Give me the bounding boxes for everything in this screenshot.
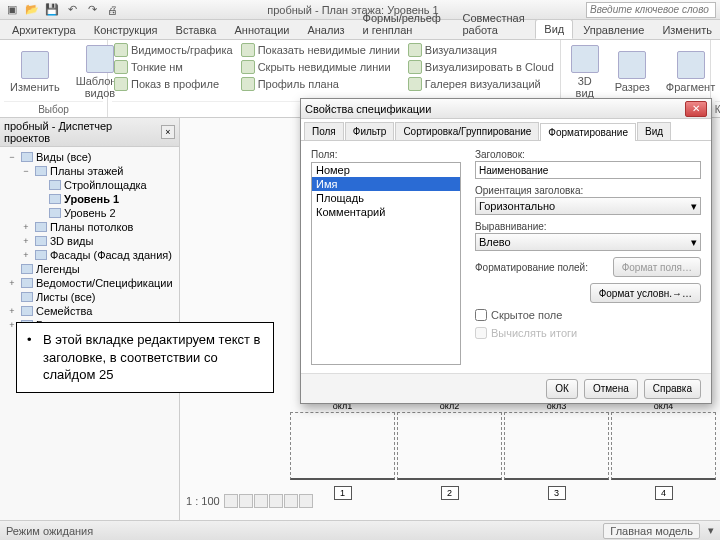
tree-item[interactable]: −Планы этажей [2,164,177,178]
expand-icon[interactable]: − [20,166,32,176]
alignment-select[interactable]: Влево▾ [475,233,701,251]
ribbon-tabs: АрхитектураКонструкцияВставкаАннотацииАн… [0,20,720,40]
help-button[interactable]: Справка [644,379,701,399]
open-icon[interactable]: 📂 [24,2,40,18]
app-icon: ▣ [4,2,20,18]
close-icon[interactable]: ✕ [685,101,707,117]
hidden-field-checkbox[interactable]: Скрытое поле [475,309,701,321]
orientation-label: Ориентация заголовка: [475,185,701,196]
scale-readout[interactable]: 1 : 100 [186,495,220,507]
field-list-item[interactable]: Номер [312,163,460,177]
expand-icon[interactable] [34,194,46,204]
ok-button[interactable]: ОК [546,379,578,399]
ribbon-item[interactable]: Визуализация [406,42,556,58]
command-icon [114,77,128,91]
tree-item[interactable]: Листы (все) [2,290,177,304]
ribbon-item[interactable]: Показать невидимые линии [239,42,402,58]
ribbon-tab-8[interactable]: Управление [575,21,652,39]
ribbon-tab-7[interactable]: Вид [535,19,573,39]
ribbon-tab-9[interactable]: Изменить [654,21,720,39]
orientation-select[interactable]: Горизонтально▾ [475,197,701,215]
expand-icon[interactable]: + [20,236,32,246]
ribbon-tab-2[interactable]: Вставка [168,21,225,39]
field-list-item[interactable]: Площадь [312,191,460,205]
schedule-properties-dialog: Свойства спецификации ✕ ПоляФильтрСортир… [300,98,712,404]
field-list-item[interactable]: Имя [312,177,460,191]
room-tag: 3 [548,486,566,500]
status-bar: Режим ожидания Главная модель ▾ [0,520,720,540]
ribbon-item[interactable]: Профиль плана [239,76,402,92]
tree-item[interactable]: Уровень 1 [2,192,177,206]
node-icon [21,278,33,288]
sun-path-icon[interactable] [254,494,268,508]
ribbon-create-button[interactable]: Разрез [609,42,656,101]
ribbon-item[interactable]: Визуализировать в Cloud [406,59,556,75]
node-icon [21,152,33,162]
dialog-tab[interactable]: Вид [637,122,671,140]
save-icon[interactable]: 💾 [44,2,60,18]
chevron-down-icon: ▾ [691,200,697,213]
expand-icon[interactable]: + [20,250,32,260]
tree-item[interactable]: +Планы потолков [2,220,177,234]
expand-icon[interactable] [34,208,46,218]
tree-item[interactable]: Стройплощадка [2,178,177,192]
fields-listbox[interactable]: НомерИмяПлощадьКомментарий [311,162,461,365]
room-tag: 1 [334,486,352,500]
command-icon [114,60,128,74]
alignment-label: Выравнивание: [475,221,701,232]
tree-item[interactable]: Легенды [2,262,177,276]
ribbon-item[interactable]: Видимость/графика [112,42,235,58]
main-model-button[interactable]: Главная модель [603,523,700,539]
print-icon[interactable]: 🖨 [104,2,120,18]
undo-icon[interactable]: ↶ [64,2,80,18]
dialog-tab[interactable]: Поля [304,122,344,140]
dialog-tab[interactable]: Сортировка/Группирование [395,122,539,140]
view-control-bar: 1 : 100 [186,494,313,508]
dialog-tab[interactable]: Форматирование [540,123,636,141]
calculate-totals-checkbox[interactable]: Вычислять итоги [475,327,701,339]
ribbon-item[interactable]: Галерея визуализаций [406,76,556,92]
ribbon-item[interactable]: Скрыть невидимые линии [239,59,402,75]
tree-item[interactable]: −Виды (все) [2,150,177,164]
visual-style-icon[interactable] [239,494,253,508]
redo-icon[interactable]: ↷ [84,2,100,18]
expand-icon[interactable]: − [6,152,18,162]
shadows-icon[interactable] [269,494,283,508]
expand-icon[interactable]: + [6,306,18,316]
modify-button[interactable]: Изменить [4,42,66,101]
ribbon-tab-1[interactable]: Конструкция [86,21,166,39]
browser-close-icon[interactable]: × [161,125,175,139]
tree-item[interactable]: +Фасады (Фасад здания) [2,248,177,262]
crop-icon[interactable] [284,494,298,508]
field-list-item[interactable]: Комментарий [312,205,460,219]
ribbon-item[interactable]: Показ в профиле [112,76,235,92]
ribbon-tab-6[interactable]: Совместная работа [454,9,533,39]
ribbon-create-button[interactable]: 3D вид [565,42,605,101]
expand-icon[interactable] [6,292,18,302]
tree-item[interactable]: +Ведомости/Спецификации [2,276,177,290]
ribbon-tab-4[interactable]: Анализ [299,21,352,39]
dialog-tab[interactable]: Фильтр [345,122,395,140]
expand-icon[interactable] [34,180,46,190]
expand-icon[interactable]: + [20,222,32,232]
tree-item[interactable]: +3D виды [2,234,177,248]
node-icon [49,180,61,190]
ribbon-tab-0[interactable]: Архитектура [4,21,84,39]
cancel-button[interactable]: Отмена [584,379,638,399]
ribbon-item[interactable]: Тонкие нм [112,59,235,75]
tree-item[interactable]: +Семейства [2,304,177,318]
hide-isolate-icon[interactable] [299,494,313,508]
search-input[interactable] [586,2,716,18]
conditional-format-button[interactable]: Формат условн.→… [590,283,701,303]
filter-icon[interactable]: ▾ [708,524,714,537]
field-format-button[interactable]: Формат поля… [613,257,701,277]
room-cell: окл33 [504,412,609,480]
tree-item[interactable]: Уровень 2 [2,206,177,220]
ribbon-tab-5[interactable]: Формы/рельеф и генплан [355,9,453,39]
detail-level-icon[interactable] [224,494,238,508]
group-label-compose: Композиц [715,101,720,115]
expand-icon[interactable] [6,264,18,274]
ribbon-tab-3[interactable]: Аннотации [226,21,297,39]
heading-input[interactable] [475,161,701,179]
expand-icon[interactable]: + [6,278,18,288]
